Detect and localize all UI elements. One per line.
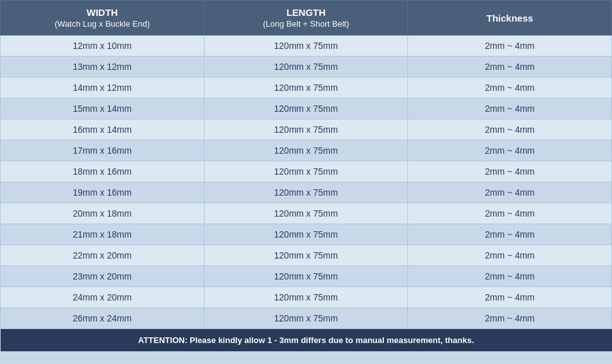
header-thickness: Thickness xyxy=(408,1,612,36)
cell-length: 120mm x 75mm xyxy=(204,119,408,140)
cell-thickness: 2mm ~ 4mm xyxy=(408,98,612,119)
cell-thickness: 2mm ~ 4mm xyxy=(408,203,612,224)
cell-length: 120mm x 75mm xyxy=(204,308,408,329)
cell-length: 120mm x 75mm xyxy=(204,57,408,78)
header-length: LENGTH (Long Belt + Short Belt) xyxy=(204,1,408,36)
cell-length: 120mm x 75mm xyxy=(204,182,408,203)
table-wrapper: WIDTH (Watch Lug x Buckle End) LENGTH (L… xyxy=(0,0,612,351)
cell-width: 20mm x 18mm xyxy=(1,203,205,224)
cell-length: 120mm x 75mm xyxy=(204,224,408,245)
header-width-line1: WIDTH xyxy=(86,7,118,18)
footer-row: ATTENTION: Please kindly allow 1 - 3mm d… xyxy=(1,329,612,352)
cell-thickness: 2mm ~ 4mm xyxy=(408,161,612,182)
header-width-line2: (Watch Lug x Buckle End) xyxy=(55,19,150,29)
cell-thickness: 2mm ~ 4mm xyxy=(408,287,612,308)
cell-width: 15mm x 14mm xyxy=(1,98,205,119)
table-row: 16mm x 14mm120mm x 75mm2mm ~ 4mm xyxy=(1,119,612,140)
cell-width: 19mm x 16mm xyxy=(1,182,205,203)
specifications-table: WIDTH (Watch Lug x Buckle End) LENGTH (L… xyxy=(0,0,612,351)
cell-length: 120mm x 75mm xyxy=(204,98,408,119)
cell-thickness: 2mm ~ 4mm xyxy=(408,57,612,78)
cell-width: 13mm x 12mm xyxy=(1,57,205,78)
cell-length: 120mm x 75mm xyxy=(204,36,408,57)
cell-length: 120mm x 75mm xyxy=(204,266,408,287)
table-row: 26mm x 24mm120mm x 75mm2mm ~ 4mm xyxy=(1,308,612,329)
cell-length: 120mm x 75mm xyxy=(204,78,408,98)
table-row: 23mm x 20mm120mm x 75mm2mm ~ 4mm xyxy=(1,266,612,287)
cell-length: 120mm x 75mm xyxy=(204,140,408,161)
table-row: 21mm x 18mm120mm x 75mm2mm ~ 4mm xyxy=(1,224,612,245)
cell-width: 14mm x 12mm xyxy=(1,78,205,98)
table-row: 12mm x 10mm120mm x 75mm2mm ~ 4mm xyxy=(1,36,612,57)
cell-thickness: 2mm ~ 4mm xyxy=(408,308,612,329)
cell-width: 26mm x 24mm xyxy=(1,308,205,329)
header-length-line2: (Long Belt + Short Belt) xyxy=(263,19,350,29)
cell-thickness: 2mm ~ 4mm xyxy=(408,224,612,245)
cell-width: 17mm x 16mm xyxy=(1,140,205,161)
table-row: 17mm x 16mm120mm x 75mm2mm ~ 4mm xyxy=(1,140,612,161)
cell-thickness: 2mm ~ 4mm xyxy=(408,119,612,140)
cell-thickness: 2mm ~ 4mm xyxy=(408,245,612,266)
cell-length: 120mm x 75mm xyxy=(204,161,408,182)
cell-width: 24mm x 20mm xyxy=(1,287,205,308)
cell-thickness: 2mm ~ 4mm xyxy=(408,140,612,161)
cell-length: 120mm x 75mm xyxy=(204,203,408,224)
table-row: 18mm x 16mm120mm x 75mm2mm ~ 4mm xyxy=(1,161,612,182)
table-row: 14mm x 12mm120mm x 75mm2mm ~ 4mm xyxy=(1,78,612,98)
header-width: WIDTH (Watch Lug x Buckle End) xyxy=(1,1,205,36)
cell-thickness: 2mm ~ 4mm xyxy=(408,78,612,98)
table-row: 13mm x 12mm120mm x 75mm2mm ~ 4mm xyxy=(1,57,612,78)
cell-width: 23mm x 20mm xyxy=(1,266,205,287)
cell-width: 21mm x 18mm xyxy=(1,224,205,245)
cell-width: 18mm x 16mm xyxy=(1,161,205,182)
footer-text: ATTENTION: Please kindly allow 1 - 3mm d… xyxy=(1,329,612,352)
header-length-line1: LENGTH xyxy=(287,7,326,18)
cell-length: 120mm x 75mm xyxy=(204,287,408,308)
table-row: 20mm x 18mm120mm x 75mm2mm ~ 4mm xyxy=(1,203,612,224)
table-row: 19mm x 16mm120mm x 75mm2mm ~ 4mm xyxy=(1,182,612,203)
cell-length: 120mm x 75mm xyxy=(204,245,408,266)
table-row: 22mm x 20mm120mm x 75mm2mm ~ 4mm xyxy=(1,245,612,266)
cell-width: 12mm x 10mm xyxy=(1,36,205,57)
cell-width: 22mm x 20mm xyxy=(1,245,205,266)
cell-width: 16mm x 14mm xyxy=(1,119,205,140)
cell-thickness: 2mm ~ 4mm xyxy=(408,36,612,57)
cell-thickness: 2mm ~ 4mm xyxy=(408,266,612,287)
table-row: 24mm x 20mm120mm x 75mm2mm ~ 4mm xyxy=(1,287,612,308)
header-thickness-line1: Thickness xyxy=(486,13,533,24)
table-row: 15mm x 14mm120mm x 75mm2mm ~ 4mm xyxy=(1,98,612,119)
cell-thickness: 2mm ~ 4mm xyxy=(408,182,612,203)
